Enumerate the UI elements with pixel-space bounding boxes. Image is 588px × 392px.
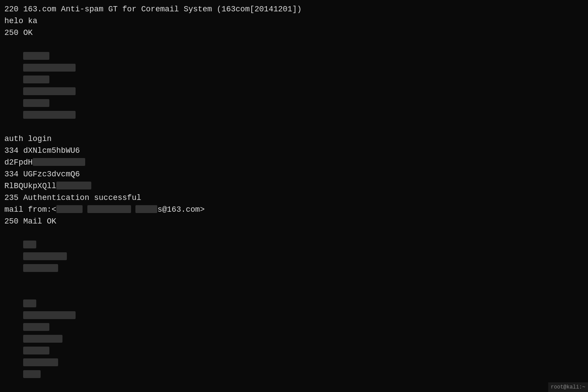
redacted-block <box>23 87 76 95</box>
redacted-block <box>23 335 62 343</box>
redacted-block <box>23 64 76 72</box>
redacted-block <box>56 182 91 189</box>
redacted-line-2 <box>4 227 584 286</box>
redacted-line-1 <box>4 39 584 133</box>
auth-login-command: auth login <box>4 133 584 145</box>
redacted-block <box>23 347 49 354</box>
redacted-block <box>23 370 41 378</box>
redacted-block <box>23 358 58 366</box>
username-input: d2FpdH <box>4 157 584 168</box>
redacted-block <box>23 252 67 260</box>
redacted-block <box>23 299 36 307</box>
smtp-banner: 220 163.com Anti-spam GT for Coremail Sy… <box>4 3 584 15</box>
smtp-250-mail-ok-1: 250 Mail OK <box>4 216 584 227</box>
redacted-block <box>23 99 49 107</box>
mail-from-line: mail from:< s@163.com> <box>4 204 584 216</box>
smtp-334-username: 334 dXNlcm5hbWU6 <box>4 145 584 157</box>
redacted-block <box>23 241 36 248</box>
smtp-334-password: 334 UGFzc3dvcmQ6 <box>4 168 584 180</box>
redacted-block <box>23 311 76 319</box>
redacted-block <box>135 205 157 213</box>
bottom-status-bar: root@kali:~ <box>548 382 588 392</box>
smtp-250-ok-1: 250 OK <box>4 27 584 39</box>
redacted-block <box>23 111 76 119</box>
terminal-window: 220 163.com Anti-spam GT for Coremail Sy… <box>4 3 584 392</box>
redacted-block <box>23 76 49 83</box>
auth-success: 235 Authentication successful <box>4 192 584 204</box>
redacted-block <box>56 205 83 213</box>
password-input: RlBQUkpXQll <box>4 180 584 192</box>
redacted-block <box>33 158 85 166</box>
redacted-line-3 <box>4 286 584 392</box>
redacted-block <box>23 52 49 60</box>
redacted-block <box>23 323 49 331</box>
redacted-block <box>87 205 131 213</box>
redacted-block <box>23 264 58 272</box>
helo-command: helo ka <box>4 15 584 27</box>
bottom-bar-text: root@kali:~ <box>551 384 585 390</box>
